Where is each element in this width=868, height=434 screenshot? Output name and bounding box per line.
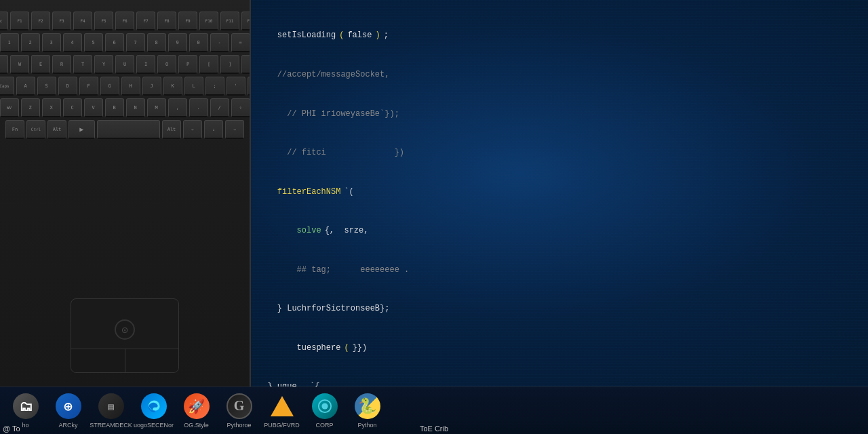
key-ctrl[interactable]: Ctrl xyxy=(26,120,45,139)
code-line-8: } LuchrforSictronseeB}; xyxy=(258,302,861,315)
key-esc[interactable]: esc xyxy=(0,12,8,31)
key-rbracket[interactable]: ] xyxy=(220,55,239,74)
trackpad-click-buttons xyxy=(71,349,178,372)
key-f10[interactable]: F10 xyxy=(199,12,218,31)
key-d[interactable]: D xyxy=(58,77,77,96)
key-3[interactable]: 3 xyxy=(42,33,61,52)
key-s[interactable]: S xyxy=(37,77,56,96)
key-1[interactable]: 1 xyxy=(0,33,19,52)
key-f6[interactable]: F6 xyxy=(115,12,134,31)
laptop-keyboard-area: esc F1 F2 F3 F4 F5 F6 F7 F8 F9 F10 F11 F… xyxy=(0,0,251,387)
key-a[interactable]: A xyxy=(16,77,35,96)
key-f12[interactable]: F12 xyxy=(241,12,251,31)
taskbar-icon-edge[interactable]: uogoSECENor xyxy=(135,391,172,431)
key-c[interactable]: C xyxy=(63,98,82,117)
key-f3[interactable]: F3 xyxy=(52,12,71,31)
key-quote[interactable]: ' xyxy=(226,77,245,96)
taskbar-icon-corp[interactable]: CORP xyxy=(306,391,343,431)
key-8[interactable]: 8 xyxy=(147,33,166,52)
key-equals[interactable]: = xyxy=(231,33,250,52)
key-f1[interactable]: F1 xyxy=(10,12,29,31)
key-period[interactable]: . xyxy=(189,98,208,117)
key-k[interactable]: K xyxy=(163,77,182,96)
key-comma[interactable]: , xyxy=(168,98,187,117)
pubg-icon-label: PUBG/FVRD xyxy=(264,422,300,429)
key-f9[interactable]: F9 xyxy=(178,12,197,31)
taskbar-center-label: ToE Crib xyxy=(420,425,448,433)
key-y[interactable]: Y xyxy=(94,55,113,74)
key-slash[interactable]: / xyxy=(210,98,229,117)
key-w[interactable]: W xyxy=(10,55,29,74)
key-down[interactable]: ↓ xyxy=(204,120,223,139)
key-left[interactable]: ← xyxy=(183,120,202,139)
key-r[interactable]: R xyxy=(52,55,71,74)
key-p[interactable]: P xyxy=(178,55,197,74)
key-h[interactable]: H xyxy=(121,77,140,96)
key-g[interactable]: G xyxy=(100,77,119,96)
python-icon-label: Python xyxy=(357,422,376,429)
key-f2[interactable]: F2 xyxy=(31,12,50,31)
key-row-shift: ⇧ WV Z X C V B N M , . / ⇧ ↑ xyxy=(0,97,250,119)
taskbar-icon-arc[interactable]: ⊕ ARCky xyxy=(50,391,87,431)
key-9[interactable]: 9 xyxy=(168,33,187,52)
code-line-3: // PHI irioweyaseBe`}); xyxy=(258,108,861,121)
trackpad[interactable]: ⊙ xyxy=(71,298,179,373)
key-caps[interactable]: Caps xyxy=(0,77,14,96)
key-0[interactable]: 0 xyxy=(189,33,208,52)
key-i[interactable]: I xyxy=(136,55,155,74)
pubg-icon-container xyxy=(269,393,295,419)
key-5[interactable]: 5 xyxy=(84,33,103,52)
trackpad-right-click[interactable] xyxy=(125,349,179,372)
code-line-4: // fitci }) xyxy=(258,146,861,159)
key-alt-r[interactable]: Alt xyxy=(162,120,181,139)
key-f4[interactable]: F4 xyxy=(73,12,92,31)
taskbar-icon-pythonce[interactable]: G Pythoroe xyxy=(220,391,258,431)
key-2[interactable]: 2 xyxy=(21,33,40,52)
key-m[interactable]: M xyxy=(147,98,166,117)
key-u[interactable]: U xyxy=(115,55,134,74)
taskbar-left-label: @ To xyxy=(0,423,23,434)
taskbar: @ To 🗂 ho ⊕ ARCky ▤ STREAMDECK uogoSECEN… xyxy=(0,387,868,434)
arc-icon: ⊕ xyxy=(56,393,81,419)
pubg-triangle-icon xyxy=(271,396,294,416)
key-q[interactable]: Q xyxy=(0,55,8,74)
key-l[interactable]: L xyxy=(184,77,203,96)
key-4[interactable]: 4 xyxy=(63,33,82,52)
key-b[interactable]: B xyxy=(105,98,124,117)
key-6[interactable]: 6 xyxy=(105,33,124,52)
key-n[interactable]: N xyxy=(126,98,145,117)
trackpad-left-click[interactable] xyxy=(71,349,125,372)
taskbar-icon-python[interactable]: 🐍 Python xyxy=(349,391,386,431)
key-z[interactable]: Z xyxy=(21,98,40,117)
taskbar-icon-pubg[interactable]: PUBG/FVRD xyxy=(263,391,300,431)
key-v[interactable]: V xyxy=(84,98,103,117)
key-space[interactable] xyxy=(97,120,160,139)
key-backslash[interactable]: \ xyxy=(241,55,251,74)
key-lbracket[interactable]: [ xyxy=(199,55,218,74)
key-f11[interactable]: F11 xyxy=(220,12,239,31)
key-row-fn: esc F1 F2 F3 F4 F5 F6 F7 F8 F9 F10 F11 F… xyxy=(0,10,250,32)
key-semicolon[interactable]: ; xyxy=(205,77,224,96)
taskbar-icon-rocketim[interactable]: 🚀 OG.Style xyxy=(178,391,215,431)
key-fn[interactable]: Fn xyxy=(5,120,24,139)
pythonce-icon-label: Pythoroe xyxy=(226,422,251,429)
key-f[interactable]: F xyxy=(79,77,98,96)
key-7[interactable]: 7 xyxy=(126,33,145,52)
key-right[interactable]: → xyxy=(225,120,244,139)
key-media[interactable]: ▶ xyxy=(68,120,95,139)
taskbar-icon-streamdeck[interactable]: ▤ STREAMDECK xyxy=(92,391,130,431)
key-alt-l[interactable]: Alt xyxy=(47,120,66,139)
key-e[interactable]: E xyxy=(31,55,50,74)
key-t[interactable]: T xyxy=(73,55,92,74)
key-j[interactable]: J xyxy=(142,77,161,96)
code-content: setIsLoading(false); //accept/messageSoc… xyxy=(251,0,868,387)
key-wv[interactable]: WV xyxy=(0,98,19,117)
key-rshift[interactable]: ⇧ xyxy=(231,98,250,117)
key-f5[interactable]: F5 xyxy=(94,12,113,31)
key-f7[interactable]: F7 xyxy=(136,12,155,31)
key-f8[interactable]: F8 xyxy=(157,12,176,31)
key-minus[interactable]: - xyxy=(210,33,229,52)
streamdeck-icon: ▤ xyxy=(98,393,124,419)
key-x[interactable]: X xyxy=(42,98,61,117)
key-o[interactable]: O xyxy=(157,55,176,74)
